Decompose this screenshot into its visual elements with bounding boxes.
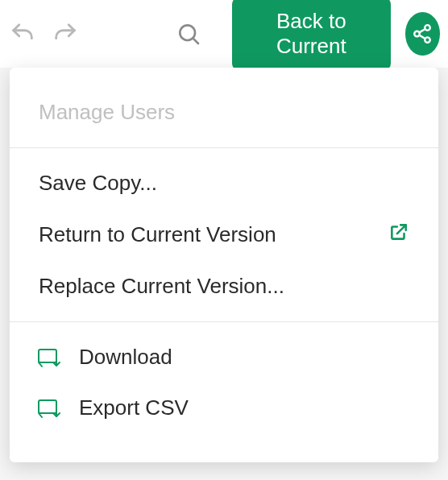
toolbar: Back to Current — [0, 0, 448, 68]
menu-label: Export CSV — [79, 395, 409, 420]
svg-line-5 — [420, 29, 425, 32]
menu-separator — [10, 321, 438, 322]
undo-icon — [9, 20, 36, 48]
menu-label: Manage Users — [39, 100, 409, 125]
menu-item-export-csv[interactable]: Export CSV — [10, 383, 438, 433]
external-link-icon — [388, 221, 409, 248]
svg-rect-7 — [39, 350, 56, 362]
menu-label: Replace Current Version... — [39, 274, 409, 299]
svg-line-6 — [420, 35, 425, 39]
redo-icon — [52, 20, 79, 48]
search-button[interactable] — [175, 16, 203, 52]
share-icon — [412, 23, 433, 44]
menu-item-save-copy[interactable]: Save Copy... — [10, 158, 438, 209]
undo-button[interactable] — [8, 16, 36, 52]
menu-label: Download — [79, 345, 409, 370]
svg-line-1 — [193, 38, 199, 43]
download-icon — [37, 347, 61, 368]
svg-point-4 — [425, 37, 431, 43]
search-icon — [176, 21, 201, 47]
redo-button[interactable] — [51, 16, 79, 52]
menu-item-return-current[interactable]: Return to Current Version — [10, 209, 438, 261]
svg-rect-8 — [39, 400, 56, 413]
menu-label: Save Copy... — [39, 171, 409, 196]
export-csv-icon — [37, 398, 61, 419]
svg-point-2 — [425, 25, 431, 31]
svg-point-3 — [415, 31, 421, 37]
share-button[interactable] — [405, 12, 440, 56]
menu-separator — [10, 147, 438, 148]
menu-item-replace-current[interactable]: Replace Current Version... — [10, 261, 438, 312]
menu-label: Return to Current Version — [39, 222, 371, 247]
menu-item-manage-users: Manage Users — [10, 87, 438, 138]
back-to-current-button[interactable]: Back to Current — [232, 0, 391, 70]
menu-item-download[interactable]: Download — [10, 332, 438, 383]
dropdown-menu: Manage Users Save Copy... Return to Curr… — [10, 68, 438, 462]
